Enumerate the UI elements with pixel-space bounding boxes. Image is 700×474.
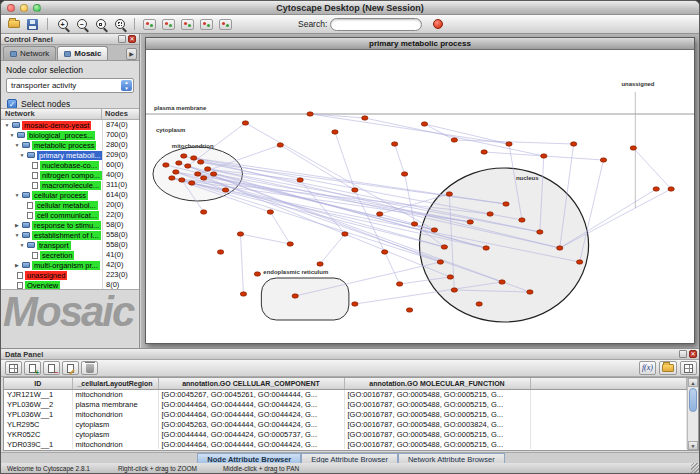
- open-session-button[interactable]: [5, 16, 22, 32]
- node[interactable]: [169, 176, 175, 180]
- close-window-button[interactable]: [7, 4, 15, 12]
- node[interactable]: [391, 142, 397, 146]
- select-first-neighbors-button[interactable]: [179, 16, 196, 32]
- table-vertical-scrollbar[interactable]: ▲ ▼: [687, 378, 698, 450]
- node[interactable]: [506, 142, 512, 146]
- node[interactable]: [600, 158, 606, 162]
- table-cell[interactable]: [530, 409, 687, 419]
- tree-row[interactable]: ▶response to stimu...58(0): [1, 220, 139, 230]
- column-header[interactable]: ID: [4, 378, 72, 389]
- attribute-batch-editor-button[interactable]: [680, 361, 697, 375]
- node[interactable]: [332, 130, 338, 134]
- node[interactable]: [483, 246, 489, 250]
- node[interactable]: [198, 160, 204, 164]
- tree-column-network[interactable]: Network: [1, 109, 102, 119]
- node[interactable]: [204, 167, 210, 171]
- node[interactable]: [210, 172, 216, 176]
- table-cell[interactable]: plasma membrane: [72, 399, 158, 409]
- table-cell[interactable]: YDR039C__1: [4, 439, 72, 449]
- table-cell[interactable]: [GO:0016787, GO:0005488, GO:0005215, G..…: [344, 399, 530, 409]
- table-cell[interactable]: [530, 419, 687, 429]
- zoom-window-button[interactable]: [33, 4, 41, 12]
- tree-row[interactable]: ▼biological_proces...700(0): [1, 130, 139, 140]
- node[interactable]: [467, 220, 473, 224]
- tab-scroll-right-icon[interactable]: ▶: [126, 48, 137, 60]
- node[interactable]: [441, 245, 447, 249]
- expand-arrow-icon[interactable]: ▼: [9, 132, 15, 138]
- edge[interactable]: [365, 118, 544, 156]
- column-header[interactable]: annotation.GO MOLECULAR_FUNCTION: [344, 378, 530, 389]
- edge[interactable]: [454, 140, 573, 144]
- column-header[interactable]: [530, 378, 687, 389]
- table-row[interactable]: YJR121W__1mitochondrion[GO:0045267, GO:0…: [4, 389, 687, 399]
- expand-arrow-icon[interactable]: ▼: [14, 192, 20, 198]
- search-input[interactable]: [330, 18, 422, 31]
- tree-row[interactable]: ▼metabolic process280(0): [1, 140, 139, 150]
- zoom-fit-content-button[interactable]: [111, 16, 128, 32]
- table-cell[interactable]: cytoplasm: [72, 429, 158, 439]
- tree-row[interactable]: macromolecule...311(0): [1, 180, 139, 190]
- tab-mosaic[interactable]: Mosaic: [57, 46, 108, 60]
- expand-arrow-icon[interactable]: ▼: [19, 242, 25, 248]
- table-cell[interactable]: YJR121W__1: [4, 389, 72, 399]
- node[interactable]: [446, 192, 452, 196]
- node[interactable]: [668, 187, 674, 191]
- node[interactable]: [189, 181, 195, 185]
- table-cell[interactable]: [GO:0016787, GO:0005488, GO:0005215, G..…: [344, 429, 530, 439]
- table-cell[interactable]: YKR052C: [4, 429, 72, 439]
- node[interactable]: [382, 250, 388, 254]
- node[interactable]: [179, 178, 185, 182]
- table-cell[interactable]: cytoplasm: [72, 419, 158, 429]
- window-resize-grip[interactable]: [691, 463, 700, 473]
- table-cell[interactable]: [GO:0045267, GO:0045261, GO:0044444, G..…: [158, 389, 344, 399]
- plugin-manager-button[interactable]: [429, 16, 446, 32]
- table-cell[interactable]: [530, 439, 687, 449]
- node[interactable]: [342, 232, 348, 236]
- table-cell[interactable]: YPL036W__2: [4, 399, 72, 409]
- node[interactable]: [653, 187, 659, 191]
- expand-arrow-icon[interactable]: ▼: [14, 142, 20, 148]
- table-cell[interactable]: [GO:0044464, GO:0044444, GO:0044424, G..…: [158, 399, 344, 409]
- hide-selected-nodes-button[interactable]: [160, 16, 177, 32]
- table-cell[interactable]: mitochondrion: [72, 389, 158, 399]
- clear-selected-cells-button[interactable]: [81, 361, 98, 375]
- table-cell[interactable]: mitochondrion: [72, 409, 158, 419]
- node[interactable]: [570, 142, 576, 146]
- tree-row[interactable]: ▼mosaic-demo-yeast874(0): [1, 120, 139, 130]
- close-panel-icon[interactable]: ✕: [128, 35, 136, 43]
- edge[interactable]: [580, 160, 604, 262]
- table-cell[interactable]: YLR295C: [4, 419, 72, 429]
- zoom-selected-region-button[interactable]: [92, 16, 109, 32]
- expand-arrow-icon[interactable]: ▼: [4, 122, 10, 128]
- node[interactable]: [176, 161, 182, 165]
- layout-network-button[interactable]: [198, 16, 215, 32]
- table-cell[interactable]: [GO:0016787, GO:0005488, GO:0005215, G..…: [344, 409, 530, 419]
- table-cell[interactable]: [530, 429, 687, 439]
- table-row[interactable]: YLR295Ccytoplasm[GO:0045263, GO:0044444,…: [4, 419, 687, 429]
- table-cell[interactable]: [GO:0045263, GO:0044444, GO:0044424, G..…: [158, 419, 344, 429]
- column-header[interactable]: annotation.GO CELLULAR_COMPONENT: [158, 378, 344, 389]
- table-row[interactable]: YPL036W__2plasma membrane[GO:0044464, GO…: [4, 399, 687, 409]
- tree-row[interactable]: ▼cellular process614(0): [1, 190, 139, 200]
- node[interactable]: [222, 188, 228, 192]
- table-cell[interactable]: [GO:0016787, GO:0005488, GO:0005215, G..…: [344, 439, 530, 449]
- tree-row[interactable]: nitrogen compo...40(0): [1, 170, 139, 180]
- tree-row[interactable]: Overview8(0): [1, 280, 139, 290]
- node[interactable]: [217, 250, 223, 254]
- edge[interactable]: [310, 114, 365, 118]
- node[interactable]: [254, 272, 260, 276]
- table-cell[interactable]: [GO:0044444, GO:0044424, GO:0005737, G..…: [158, 429, 344, 439]
- network-canvas[interactable]: plasma membranecytoplasmmitochondrionnuc…: [146, 50, 694, 343]
- open-vizmapper-button[interactable]: [217, 16, 234, 32]
- tree-row[interactable]: ▼primary metaboli...209(0): [1, 150, 139, 160]
- node[interactable]: [292, 294, 298, 298]
- table-cell[interactable]: YPL036W__1: [4, 409, 72, 419]
- expand-arrow-icon[interactable]: ▼: [14, 232, 20, 238]
- edge[interactable]: [240, 234, 290, 244]
- table-cell[interactable]: [GO:0044464, GO:0044444, GO:0044424, G..…: [158, 409, 344, 419]
- node[interactable]: [447, 275, 453, 279]
- table-cell[interactable]: [530, 399, 687, 409]
- table-cell[interactable]: [GO:0016787, GO:0005488, GO:0003824, G..…: [344, 419, 530, 429]
- float-panel-icon[interactable]: [679, 350, 687, 358]
- node[interactable]: [541, 154, 547, 158]
